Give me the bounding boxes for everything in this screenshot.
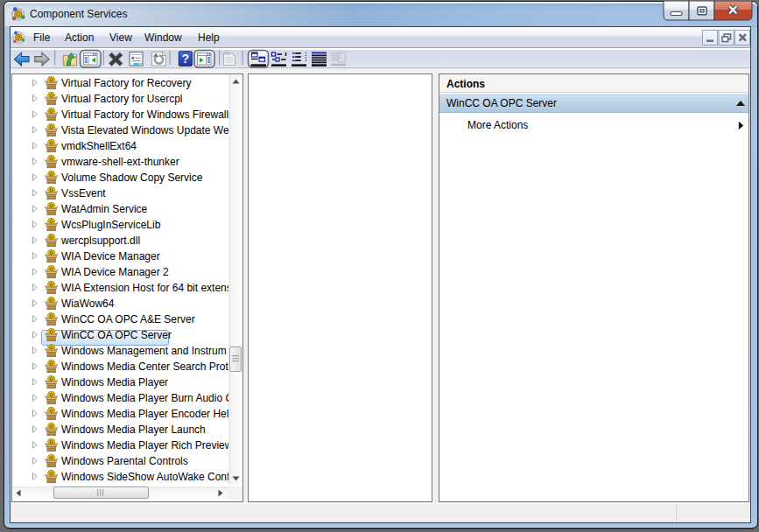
svg-text:?: ? [182, 52, 190, 66]
